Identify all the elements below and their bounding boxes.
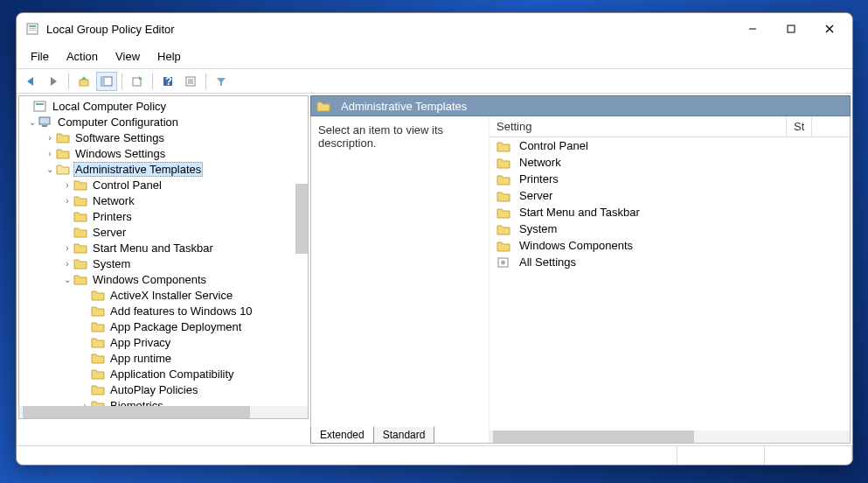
tree-node[interactable]: ›System: [19, 256, 308, 271]
svg-rect-24: [36, 103, 44, 105]
list-item[interactable]: Start Menu and Taskbar: [490, 204, 850, 220]
scrollbar-horizontal-track[interactable]: [490, 430, 850, 443]
tree-node[interactable]: ›Start Menu and Taskbar: [19, 240, 308, 256]
list-label: Windows Components: [519, 239, 633, 252]
svg-marker-11: [81, 76, 87, 80]
tree-label: App Privacy: [108, 336, 172, 349]
folder-icon: [56, 131, 70, 144]
tree-node[interactable]: AutoPlay Policies: [19, 382, 308, 397]
folder-icon: [91, 383, 105, 396]
settings-icon: [496, 256, 510, 269]
chevron-right-icon[interactable]: ›: [61, 180, 73, 190]
tree-node[interactable]: Printers: [19, 208, 308, 224]
list-label: Start Menu and Taskbar: [519, 206, 640, 219]
svg-rect-5: [788, 25, 795, 32]
menubar: File Action View Help: [17, 45, 852, 69]
list-label: System: [519, 222, 557, 235]
close-button[interactable]: [810, 16, 849, 42]
properties-button[interactable]: [180, 72, 201, 91]
tree-node[interactable]: App Package Deployment: [19, 318, 308, 334]
scrollbar-horizontal-thumb[interactable]: [23, 406, 250, 418]
list-item[interactable]: Control Panel: [490, 137, 850, 154]
folder-icon: [73, 257, 87, 270]
statusbar: [17, 445, 852, 465]
maximize-button[interactable]: [772, 16, 810, 42]
list-item[interactable]: System: [490, 220, 850, 237]
folder-icon: [73, 178, 87, 191]
computer-icon: [38, 116, 52, 128]
chevron-right-icon[interactable]: ›: [61, 259, 73, 269]
folder-icon: [91, 289, 105, 301]
separator: [205, 74, 206, 89]
tree-node[interactable]: Add features to Windows 10: [19, 303, 308, 318]
tab-standard[interactable]: Standard: [373, 426, 435, 444]
tree-node[interactable]: › Windows Settings: [19, 145, 308, 161]
tree-node-admin-templates[interactable]: ⌄ Administrative Templates: [19, 161, 308, 177]
svg-marker-22: [217, 78, 226, 86]
tree-node[interactable]: ⌄ Computer Configuration: [19, 114, 308, 130]
folder-icon: [91, 336, 105, 348]
chevron-down-icon[interactable]: ⌄: [26, 117, 38, 127]
svg-rect-25: [39, 117, 50, 124]
tab-extended[interactable]: Extended: [310, 426, 374, 444]
tree-node[interactable]: Server: [19, 224, 308, 240]
list-item[interactable]: Windows Components: [490, 237, 850, 254]
list-label: Control Panel: [519, 139, 588, 152]
tree-label: App runtime: [108, 352, 173, 365]
tree-pane[interactable]: Local Computer Policy ⌄ Computer Configu…: [18, 95, 309, 419]
chevron-down-icon[interactable]: ⌄: [61, 275, 73, 284]
list-label: Network: [519, 156, 561, 169]
chevron-down-icon[interactable]: ⌄: [44, 164, 56, 174]
tree-label: Computer Configuration: [56, 116, 180, 129]
svg-marker-15: [139, 76, 142, 80]
chevron-right-icon[interactable]: ›: [61, 243, 73, 253]
chevron-right-icon[interactable]: ›: [44, 149, 56, 158]
folder-icon: [91, 304, 105, 317]
details-body: Select an item to view its description. …: [310, 116, 851, 444]
menu-help[interactable]: Help: [150, 48, 188, 65]
separator: [68, 74, 69, 89]
folder-icon: [73, 242, 87, 254]
tree-label: Network: [91, 194, 136, 207]
scrollbar-horizontal-track[interactable]: [19, 406, 308, 418]
up-button[interactable]: [73, 72, 94, 91]
tree-node[interactable]: App runtime: [19, 350, 308, 366]
list-item[interactable]: Printers: [490, 171, 850, 187]
help-button[interactable]: ?: [157, 72, 178, 91]
svg-rect-1: [29, 25, 36, 27]
tree-node[interactable]: Application Compatibility: [19, 366, 308, 382]
scrollbar-horizontal-thumb[interactable]: [493, 430, 694, 443]
tree-node[interactable]: › Software Settings: [19, 130, 308, 145]
chevron-right-icon[interactable]: ›: [61, 196, 73, 206]
list-item[interactable]: Network: [490, 154, 850, 171]
description-text: Select an item to view its description.: [318, 123, 443, 150]
folder-icon: [496, 157, 510, 169]
tree-node[interactable]: ⌄Windows Components: [19, 271, 308, 287]
tree-node[interactable]: ›Control Panel: [19, 177, 308, 192]
menu-view[interactable]: View: [108, 48, 147, 65]
show-hide-tree-button[interactable]: [96, 72, 117, 91]
column-setting[interactable]: Setting: [490, 116, 787, 136]
export-button[interactable]: [127, 72, 148, 91]
list-item[interactable]: All Settings: [490, 254, 850, 270]
tree-label: Software Settings: [73, 131, 166, 144]
back-button[interactable]: [20, 72, 41, 91]
tree-node[interactable]: ›Network: [19, 192, 308, 208]
menu-file[interactable]: File: [24, 48, 56, 65]
chevron-right-icon[interactable]: ›: [44, 133, 56, 143]
list-item[interactable]: Server: [490, 187, 850, 204]
menu-action[interactable]: Action: [59, 48, 105, 65]
scrollbar-vertical[interactable]: [295, 184, 308, 254]
tree-label: Administrative Templates: [73, 162, 203, 177]
folder-icon: [73, 210, 87, 222]
column-state[interactable]: St: [787, 116, 812, 136]
tree-label: Local Computer Policy: [51, 100, 168, 113]
filter-button[interactable]: [211, 72, 232, 91]
tree-node[interactable]: ActiveX Installer Service: [19, 287, 308, 303]
minimize-button[interactable]: [733, 16, 772, 42]
forward-button[interactable]: [43, 72, 64, 91]
tree-node[interactable]: App Privacy: [19, 334, 308, 350]
status-section: [765, 446, 852, 465]
folder-icon: [73, 194, 87, 206]
tree-root[interactable]: Local Computer Policy: [19, 98, 308, 114]
